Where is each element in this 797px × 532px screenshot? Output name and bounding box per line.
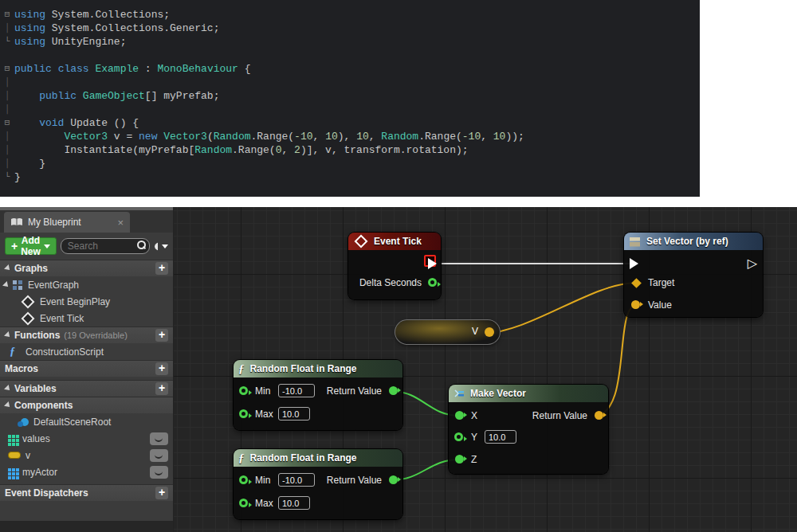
item-label: myActor — [22, 467, 57, 478]
code-line: │ public GameObject[] myPrefab; — [0, 89, 700, 103]
eye-closed-toggle[interactable] — [150, 449, 168, 462]
code-editor[interactable]: ⊟using System.Collections;│using System.… — [0, 0, 700, 197]
exec-output-pin[interactable]: ▷ — [748, 258, 757, 269]
sidebar-item-event-beginplay[interactable]: Event BeginPlay — [0, 293, 173, 310]
sidebar-section-graphs[interactable]: Graphs+ — [0, 260, 173, 276]
eye-closed-toggle[interactable] — [150, 432, 168, 445]
eye-closed-toggle[interactable] — [150, 466, 168, 479]
expand-arrow-icon[interactable] — [4, 401, 12, 409]
add-button[interactable]: + — [155, 329, 168, 342]
code-text: Instantiate(myPrefab[Random.Range(0, 2)]… — [14, 143, 469, 157]
fold-box-icon[interactable]: ⊟ — [0, 62, 14, 76]
node-make-vector[interactable]: Make Vector X Return Value Y Z — [449, 385, 608, 474]
node-title: Random Float in Range — [250, 363, 357, 374]
node-set-vector-header[interactable]: Set Vector (by ref) — [624, 233, 763, 250]
add-new-button[interactable]: + Add New — [5, 237, 57, 255]
return-value-pin[interactable] — [595, 411, 603, 420]
sidebar-bottom-strip — [0, 521, 173, 532]
add-button[interactable]: + — [155, 262, 168, 275]
node-set-vector-by-ref[interactable]: Set Vector (by ref) ▷ Target Value — [624, 233, 763, 317]
code-line: │ } — [0, 157, 700, 170]
max-pin[interactable] — [239, 409, 248, 418]
max-pin[interactable] — [239, 499, 248, 507]
code-line: ⊟public class Example : MonoBehaviour { — [0, 62, 700, 76]
node-title: Make Vector — [470, 388, 526, 399]
exec-output-pin[interactable] — [428, 258, 437, 269]
fold-bar-icon: │ — [0, 89, 14, 103]
return-value-pin[interactable] — [389, 386, 398, 395]
code-text: } — [14, 157, 45, 170]
visibility-eye-icon[interactable] — [154, 241, 158, 252]
min-pin[interactable] — [239, 475, 248, 484]
value-pin[interactable] — [631, 300, 640, 309]
node-event-tick[interactable]: Event Tick Delta Seconds — [348, 233, 441, 299]
sidebar-section-components[interactable]: Components — [0, 397, 173, 413]
y-value-input[interactable] — [485, 430, 516, 444]
add-button[interactable]: + — [155, 487, 168, 499]
y-pin[interactable] — [454, 432, 463, 441]
expand-arrow-icon[interactable] — [4, 385, 12, 393]
exec-input-pin[interactable] — [630, 258, 638, 269]
max-value-input[interactable] — [278, 407, 310, 421]
expand-arrow-icon[interactable] — [2, 281, 10, 289]
code-line: │ Instantiate(myPrefab[Random.Range(0, 2… — [0, 143, 700, 157]
pin-label-return-value: Return Value — [327, 385, 382, 397]
fold-box-icon[interactable]: ⊟ — [0, 8, 14, 22]
node-random-float-2-header[interactable]: ƒ Random Float in Range — [234, 449, 402, 467]
tab-my-blueprint[interactable]: My Blueprint × — [4, 212, 130, 233]
tab-close-icon[interactable]: × — [117, 217, 124, 229]
sidebar-item-defaultsceneroot[interactable]: DefaultSceneRoot — [0, 413, 173, 430]
sidebar-section-variables[interactable]: Variables+ — [0, 380, 173, 397]
set-by-ref-icon — [629, 237, 641, 247]
fold-end-icon: └ — [0, 35, 14, 49]
visibility-chevron-icon[interactable] — [162, 244, 168, 248]
expand-arrow-icon[interactable] — [4, 331, 12, 339]
x-pin[interactable] — [455, 411, 464, 420]
event-icon — [22, 311, 35, 325]
min-pin[interactable] — [239, 386, 248, 395]
sidebar-item-myactor[interactable]: myActor — [0, 464, 173, 480]
node-event-tick-header[interactable]: Event Tick — [348, 233, 441, 250]
sidebar-section-functions[interactable]: Functions(19 Overridable)+ — [0, 327, 173, 343]
code-line: ⊟using System.Collections; — [0, 8, 700, 22]
node-random-float-1-header[interactable]: ƒ Random Float in Range — [234, 360, 402, 377]
sidebar-item-values[interactable]: values — [0, 430, 173, 447]
node-get-v[interactable]: V — [395, 320, 500, 344]
node-random-float-2[interactable]: ƒ Random Float in Range Min Return Value… — [234, 449, 402, 519]
sidebar-item-constructionscript[interactable]: ƒConstructionScript — [0, 343, 173, 360]
code-text: using UnityEngine; — [14, 35, 126, 49]
add-button[interactable]: + — [155, 382, 168, 395]
v-output-pin[interactable] — [485, 327, 494, 337]
item-label: ConstructionScript — [26, 346, 104, 358]
z-pin[interactable] — [455, 455, 464, 464]
function-icon: ƒ — [238, 452, 245, 465]
sidebar-item-v[interactable]: v — [0, 447, 173, 464]
grid-green-icon — [8, 435, 11, 438]
section-label: Components — [14, 400, 73, 411]
fold-gutter — [0, 49, 14, 62]
event-graph-canvas[interactable]: Event Tick Delta Seconds Set Vector (by … — [174, 207, 797, 532]
delta-seconds-pin[interactable] — [428, 278, 437, 287]
max-value-input[interactable] — [278, 496, 310, 510]
function-icon: ƒ — [238, 362, 245, 376]
v-to-target-wire — [484, 283, 637, 334]
return-value-pin[interactable] — [389, 475, 398, 484]
sidebar-item-event-tick[interactable]: Event Tick — [0, 310, 173, 327]
sidebar-item-eventgraph[interactable]: EventGraph — [0, 276, 173, 293]
min-value-input[interactable] — [278, 384, 315, 397]
node-make-vector-header[interactable]: Make Vector — [449, 385, 608, 402]
expand-arrow-icon[interactable] — [4, 264, 12, 272]
pin-label-target: Target — [648, 277, 674, 288]
blueprint-editor: My Blueprint × + Add New Graphs+EventGra… — [0, 207, 797, 532]
sidebar-section-macros[interactable]: Macros+ — [0, 360, 173, 377]
add-button[interactable]: + — [155, 362, 168, 375]
node-random-float-1[interactable]: ƒ Random Float in Range Min Return Value… — [234, 360, 402, 430]
target-pin[interactable] — [631, 278, 642, 288]
section-label: Graphs — [14, 263, 48, 274]
code-line: │ — [0, 76, 700, 89]
min-value-input[interactable] — [278, 473, 315, 487]
fold-box-icon[interactable]: ⊟ — [0, 116, 14, 130]
sidebar-section-event-dispatchers[interactable]: Event Dispatchers+ — [0, 484, 173, 501]
variable-label: V — [472, 326, 478, 337]
tab-bar: My Blueprint × — [0, 210, 173, 233]
